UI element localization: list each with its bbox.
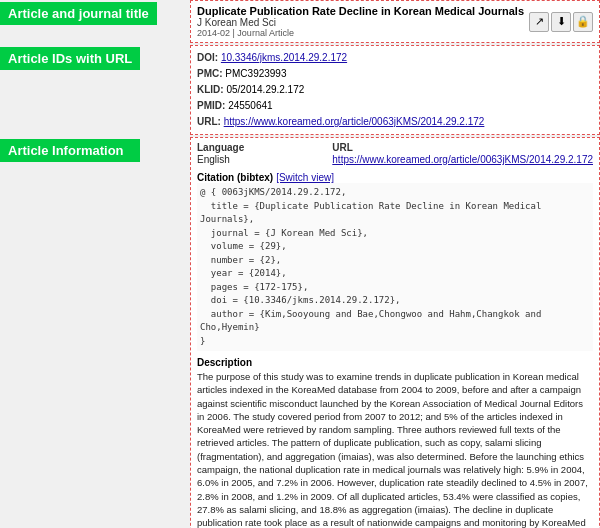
description-text: The purpose of this study was to examine… [197, 370, 593, 528]
doi-line: DOI: 10.3346/jkms.2014.29.2.172 [197, 50, 593, 66]
share-icon[interactable]: ↗ [529, 12, 549, 32]
lock-icon[interactable]: 🔒 [573, 12, 593, 32]
language-value: English [197, 154, 312, 165]
citation-code: @ { 0063jKMS/2014.29.2.172, title = {Dup… [197, 183, 593, 351]
url-value[interactable]: https://www.koreamed.org/article/0063jKM… [224, 116, 485, 127]
url-field-label: URL [332, 142, 593, 153]
pmc-value: PMC3923993 [225, 68, 286, 79]
pmc-label: PMC: [197, 68, 223, 79]
switch-view-link[interactable]: [Switch view] [276, 172, 334, 183]
url-line: URL: https://www.koreamed.org/article/00… [197, 114, 593, 130]
language-label: Language [197, 142, 312, 153]
citation-label: Citation (bibtex) [197, 172, 273, 183]
article-ids-label: Article IDs with URL [0, 47, 140, 70]
klid-value: 05/2014.29.2.172 [226, 84, 304, 95]
article-title: Duplicate Publication Rate Decline in Ko… [197, 5, 525, 17]
article-information-label: Article Information [0, 139, 140, 162]
klid-line: KLID: 05/2014.29.2.172 [197, 82, 593, 98]
journal-name: J Korean Med Sci [197, 17, 525, 28]
description-label: Description [197, 357, 593, 368]
klid-label: KLID: [197, 84, 224, 95]
url-label: URL: [197, 116, 221, 127]
info-url-value[interactable]: https://www.koreamed.org/article/0063jKM… [332, 154, 593, 165]
download-icon[interactable]: ⬇ [551, 12, 571, 32]
doi-value[interactable]: 10.3346/jkms.2014.29.2.172 [221, 52, 347, 63]
pmid-value: 24550641 [228, 100, 273, 111]
date-type: 2014-02 | Journal Article [197, 28, 525, 38]
pmid-label: PMID: [197, 100, 225, 111]
article-journal-title-label: Article and journal title [0, 2, 157, 25]
doi-label: DOI: [197, 52, 218, 63]
pmid-line: PMID: 24550641 [197, 98, 593, 114]
pmc-line: PMC: PMC3923993 [197, 66, 593, 82]
